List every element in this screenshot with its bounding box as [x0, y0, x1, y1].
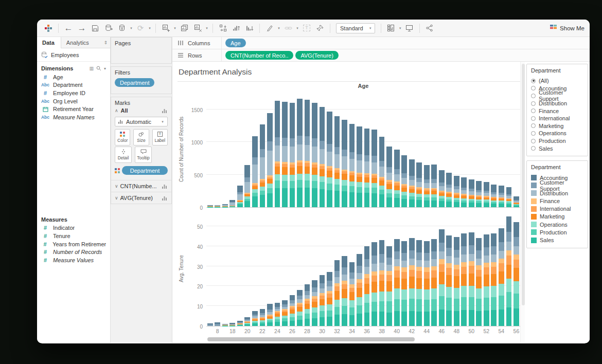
bar-segment[interactable]: [305, 291, 310, 295]
bar-segment[interactable]: [364, 303, 370, 313]
bar-segment[interactable]: [484, 256, 489, 263]
bar-segment[interactable]: [439, 259, 445, 264]
bar-segment[interactable]: [379, 190, 385, 195]
bar-mark[interactable]: [379, 240, 385, 326]
vertical-scrollbar[interactable]: [520, 62, 525, 343]
bar-mark[interactable]: [386, 246, 392, 326]
bar-segment[interactable]: [252, 193, 258, 196]
bar-segment[interactable]: [416, 190, 422, 194]
bar-segment[interactable]: [327, 190, 332, 207]
bar-segment[interactable]: [401, 155, 407, 173]
bar-segment[interactable]: [320, 317, 325, 326]
bar-mark[interactable]: [401, 241, 407, 326]
bar-segment[interactable]: [290, 314, 295, 317]
bar-segment[interactable]: [386, 258, 392, 265]
field-item[interactable]: #Measure Values: [37, 256, 110, 264]
bar-segment[interactable]: [320, 275, 325, 283]
bar-segment[interactable]: [312, 103, 317, 138]
bar-mark[interactable]: [514, 196, 519, 207]
bar-segment[interactable]: [386, 193, 392, 197]
bar-mark[interactable]: [267, 113, 273, 207]
bar-segment[interactable]: [229, 207, 235, 207]
bar-segment[interactable]: [252, 323, 258, 326]
redo-icon[interactable]: →: [76, 22, 88, 34]
tableau-logo-icon[interactable]: [42, 22, 55, 34]
bar-segment[interactable]: [327, 311, 332, 317]
bar-segment[interactable]: [297, 99, 303, 136]
bar-segment[interactable]: [364, 129, 370, 155]
bar-segment[interactable]: [469, 245, 474, 253]
bar-segment[interactable]: [499, 284, 504, 296]
bar-segment[interactable]: [446, 202, 452, 207]
bar-segment[interactable]: [305, 136, 310, 145]
bar-segment[interactable]: [401, 279, 407, 289]
bar-segment[interactable]: [454, 299, 459, 311]
bar-segment[interactable]: [416, 299, 422, 311]
bar-mark[interactable]: [229, 200, 235, 207]
bar-segment[interactable]: [275, 101, 280, 137]
bar-segment[interactable]: [349, 186, 355, 192]
bar-segment[interactable]: [334, 307, 340, 315]
filter-option[interactable]: Customer Support: [531, 92, 584, 100]
bar-segment[interactable]: [252, 311, 258, 315]
horizontal-scrollbar[interactable]: [206, 336, 520, 343]
bar-segment[interactable]: [297, 166, 303, 174]
filter-pill-department[interactable]: Department: [115, 78, 154, 87]
bar-segment[interactable]: [454, 288, 459, 299]
bar-segment[interactable]: [305, 167, 310, 174]
bar-segment[interactable]: [454, 189, 459, 193]
bar-segment[interactable]: [514, 294, 519, 308]
bar-segment[interactable]: [514, 268, 519, 281]
bar-segment[interactable]: [386, 281, 392, 292]
bar-segment[interactable]: [327, 171, 332, 177]
field-item[interactable]: #Tenure: [37, 232, 110, 240]
rows-pill[interactable]: CNT(Number of Reco..: [225, 51, 293, 60]
bar-segment[interactable]: [312, 168, 317, 175]
bar-segment[interactable]: [364, 188, 370, 193]
bar-mark[interactable]: [469, 179, 474, 207]
bar-segment[interactable]: [431, 270, 437, 278]
bar-segment[interactable]: [342, 289, 347, 298]
bar-segment[interactable]: [401, 261, 407, 267]
filter-option[interactable]: Finance: [531, 107, 584, 115]
bar-segment[interactable]: [260, 183, 265, 187]
bar-mark[interactable]: [215, 322, 220, 326]
legend-item[interactable]: Production: [531, 228, 584, 236]
bar-segment[interactable]: [461, 262, 467, 267]
bar-segment[interactable]: [416, 289, 422, 299]
bar-segment[interactable]: [312, 292, 317, 296]
bar-segment[interactable]: [506, 204, 512, 207]
bar-segment[interactable]: [469, 297, 474, 311]
bar-segment[interactable]: [431, 251, 437, 259]
run-update-caret[interactable]: ▾: [148, 26, 152, 30]
bar-segment[interactable]: [305, 100, 310, 136]
bar-segment[interactable]: [469, 266, 474, 274]
bar-mark[interactable]: [491, 233, 497, 326]
bar-segment[interactable]: [386, 275, 392, 281]
show-me-button[interactable]: Show Me: [550, 25, 585, 31]
bar-segment[interactable]: [431, 239, 437, 251]
bar-segment[interactable]: [275, 174, 280, 180]
bar-segment[interactable]: [386, 147, 392, 167]
bar-segment[interactable]: [267, 184, 273, 188]
bar-segment[interactable]: [282, 146, 288, 162]
bar-segment[interactable]: [461, 274, 467, 286]
bar-segment[interactable]: [506, 232, 512, 242]
bar-segment[interactable]: [364, 259, 370, 267]
bar-segment[interactable]: [260, 187, 265, 191]
bar-segment[interactable]: [461, 297, 467, 310]
bar-segment[interactable]: [446, 298, 452, 311]
bar-segment[interactable]: [409, 277, 415, 288]
bar-segment[interactable]: [416, 240, 422, 252]
bar-segment[interactable]: [282, 188, 288, 207]
bar-segment[interactable]: [320, 189, 325, 207]
bar-segment[interactable]: [484, 286, 489, 297]
bar-segment[interactable]: [469, 286, 474, 297]
bar-segment[interactable]: [312, 175, 317, 181]
bar-segment[interactable]: [409, 176, 415, 180]
bar-segment[interactable]: [305, 304, 310, 310]
bar-mark[interactable]: [237, 186, 243, 207]
bar-segment[interactable]: [469, 179, 474, 189]
bar-mark[interactable]: [260, 309, 265, 326]
bar-mark[interactable]: [244, 317, 250, 326]
